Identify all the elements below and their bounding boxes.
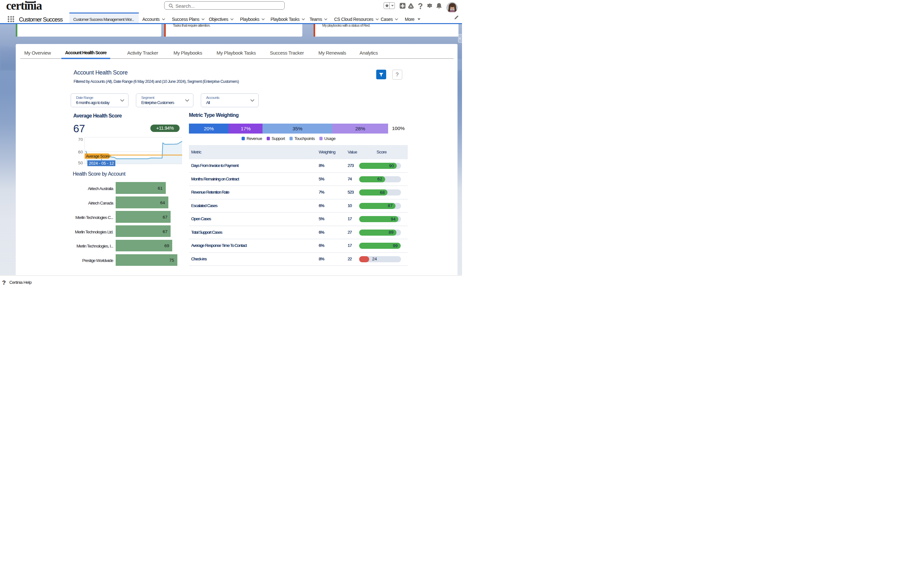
svg-text:70: 70 bbox=[78, 137, 83, 142]
svg-text:2024 - 05 - 12: 2024 - 05 - 12 bbox=[89, 161, 114, 166]
svg-text:50: 50 bbox=[78, 160, 83, 165]
svg-text:Average Score: Average Score bbox=[86, 154, 110, 158]
svg-text:60: 60 bbox=[78, 149, 83, 154]
